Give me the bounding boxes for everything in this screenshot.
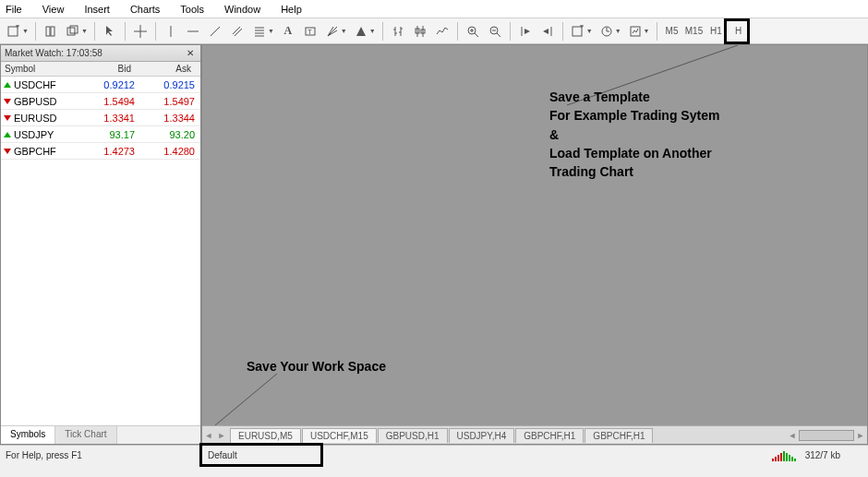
status-help: For Help, press F1 [0, 450, 201, 460]
dropdown-arrow-icon[interactable]: ▼ [341, 28, 349, 34]
dropdown-arrow-icon[interactable]: ▼ [22, 28, 30, 34]
dropdown-arrow-icon[interactable]: ▼ [586, 28, 595, 34]
market-watch-title-bar: Market Watch: 17:03:58 ✕ [1, 45, 200, 62]
market-watch-row[interactable]: GBPCHF1.42731.4280 [1, 143, 200, 160]
profiles-button[interactable] [41, 21, 61, 42]
annotation-box-template [724, 18, 750, 44]
gann-button[interactable] [322, 21, 343, 42]
new-chart-button[interactable] [4, 21, 24, 42]
menu-bar: File View Insert Charts Tools Window Hel… [0, 0, 868, 18]
bid-price: 1.5494 [75, 96, 135, 107]
svg-rect-4 [70, 26, 78, 33]
vertical-line-button[interactable] [161, 21, 181, 42]
indicators-button[interactable] [568, 21, 588, 42]
menu-window[interactable]: Window [224, 4, 260, 15]
header-ask[interactable]: Ask [135, 62, 195, 76]
svg-rect-40 [573, 27, 582, 36]
chart-tab[interactable]: USDJPY,H4 [449, 428, 515, 443]
auto-scroll-button[interactable] [515, 21, 536, 42]
svg-line-48 [215, 374, 277, 425]
scroll-left[interactable]: ◄ [786, 428, 799, 443]
tab-symbols[interactable]: Symbols [1, 426, 55, 444]
chart-tab[interactable]: EURUSD,M5 [230, 428, 301, 443]
chart-area[interactable]: Save a TemplateFor Example Trading Sytem… [201, 44, 868, 445]
bar-chart-button[interactable] [388, 21, 408, 42]
windows-button[interactable] [63, 21, 83, 42]
svg-rect-3 [67, 28, 75, 35]
ask-price: 0.9215 [135, 79, 195, 90]
close-icon[interactable]: ✕ [184, 47, 197, 60]
timeframe-m5[interactable]: M5 [662, 22, 682, 41]
dropdown-arrow-icon[interactable]: ▼ [615, 28, 623, 34]
bid-price: 0.9212 [75, 79, 135, 90]
menu-file[interactable]: File [6, 4, 22, 15]
symbol-name: GBPCHF [14, 146, 56, 157]
horizontal-line-button[interactable] [183, 21, 203, 42]
direction-icon [4, 99, 11, 104]
header-bid[interactable]: Bid [75, 62, 135, 76]
scroll-right[interactable]: ► [854, 428, 867, 443]
annotation-template: Save a TemplateFor Example Trading Sytem… [549, 88, 719, 181]
tab-tick-chart[interactable]: Tick Chart [55, 426, 116, 444]
text-label-button[interactable]: T [300, 21, 320, 42]
dropdown-arrow-icon[interactable]: ▼ [644, 28, 652, 34]
chart-shift-button[interactable] [537, 21, 558, 42]
svg-rect-0 [8, 27, 18, 36]
chart-tab[interactable]: USDCHF,M15 [302, 428, 377, 443]
menu-tools[interactable]: Tools [180, 4, 204, 15]
header-symbol[interactable]: Symbol [1, 62, 75, 76]
svg-line-10 [233, 27, 240, 34]
svg-line-11 [235, 29, 242, 36]
traffic-counter: 312/7 kb [805, 450, 868, 460]
cursor-button[interactable] [100, 21, 120, 42]
market-watch-row[interactable]: EURUSD1.33411.3344 [1, 110, 200, 126]
market-watch-title: Market Watch: 17:03:58 [5, 48, 102, 58]
ask-price: 1.5497 [135, 96, 195, 107]
timeframe-m15[interactable]: M15 [684, 22, 705, 41]
ask-price: 1.3344 [135, 113, 195, 124]
bid-price: 1.3341 [75, 113, 135, 124]
scrollbar[interactable] [799, 430, 854, 441]
menu-view[interactable]: View [42, 4, 65, 15]
market-watch-row[interactable]: GBPUSD1.54941.5497 [1, 93, 200, 110]
market-watch-row[interactable]: USDJPY93.1793.20 [1, 126, 200, 143]
menu-charts[interactable]: Charts [130, 4, 160, 15]
line-chart-button[interactable] [432, 21, 452, 42]
symbol-name: GBPUSD [14, 96, 56, 107]
chart-tab[interactable]: GBPCHF,H1 [585, 428, 653, 443]
zoom-out-button[interactable] [485, 21, 505, 42]
svg-line-36 [497, 33, 500, 37]
profile-selector[interactable]: Default [201, 446, 321, 465]
periodicity-button[interactable] [597, 21, 617, 42]
svg-line-32 [475, 33, 478, 37]
ask-price: 1.4280 [135, 146, 195, 157]
crosshair-button[interactable] [130, 21, 151, 42]
zoom-in-button[interactable] [463, 21, 483, 42]
market-watch-row[interactable]: USDCHF0.92120.9215 [1, 77, 200, 93]
bid-price: 93.17 [75, 129, 135, 140]
fibonacci-button[interactable] [249, 21, 270, 42]
templates-button[interactable] [625, 21, 645, 42]
svg-rect-2 [51, 27, 54, 36]
dropdown-arrow-icon[interactable]: ▼ [81, 28, 90, 34]
chart-tab[interactable]: GBPUSD,H1 [378, 428, 448, 443]
tab-scroll-left[interactable]: ◄ [202, 428, 215, 443]
market-watch-rows: USDCHF0.92120.9215GBPUSD1.54941.5497EURU… [1, 77, 200, 160]
menu-insert[interactable]: Insert [84, 4, 110, 15]
market-watch-tabs: Symbols Tick Chart [1, 425, 200, 444]
ask-price: 93.20 [135, 129, 195, 140]
dropdown-arrow-icon[interactable]: ▼ [268, 28, 276, 34]
dropdown-arrow-icon[interactable]: ▼ [369, 28, 378, 34]
chart-tab[interactable]: GBPCHF,H1 [515, 428, 584, 443]
candle-chart-button[interactable] [410, 21, 430, 42]
text-button[interactable]: A [278, 21, 298, 42]
direction-icon [4, 115, 11, 121]
shapes-button[interactable] [351, 21, 371, 42]
direction-icon [4, 149, 11, 154]
trendline-button[interactable] [205, 21, 225, 42]
channel-button[interactable] [227, 21, 247, 42]
tab-scroll-right[interactable]: ► [215, 428, 228, 443]
menu-help[interactable]: Help [281, 4, 302, 15]
symbol-name: USDJPY [14, 129, 54, 140]
symbol-name: EURUSD [14, 113, 56, 124]
